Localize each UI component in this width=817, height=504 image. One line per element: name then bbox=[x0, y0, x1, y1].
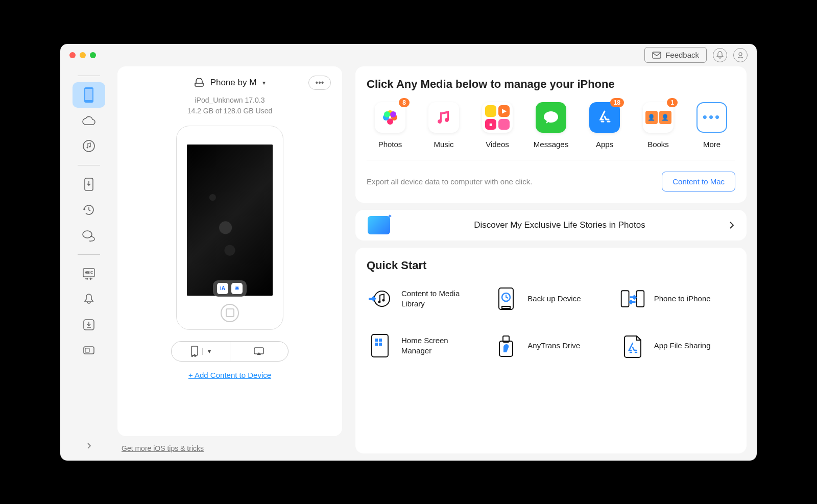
quick-label: Home Screen Manager bbox=[401, 335, 468, 355]
chevron-down-icon: ▾ bbox=[202, 348, 211, 355]
quick-item-home-screen-manager[interactable]: Home Screen Manager bbox=[367, 332, 483, 359]
quick-item-content-to-media-library[interactable]: Content to Media Library bbox=[367, 285, 483, 312]
chevron-down-icon: ▾ bbox=[262, 79, 266, 86]
media-item-music[interactable]: Music bbox=[420, 102, 467, 149]
photos-icon: 8 bbox=[375, 102, 405, 133]
media-item-videos[interactable]: ▶■Videos bbox=[474, 102, 521, 149]
transfer-icon bbox=[83, 177, 95, 191]
media-item-books[interactable]: 👤👤1Books bbox=[635, 102, 682, 149]
quick-label: Back up Device bbox=[527, 294, 581, 304]
books-icon: 👤👤1 bbox=[643, 102, 674, 133]
quick-item-anytrans-drive[interactable]: AnyTrans Drive bbox=[493, 332, 609, 359]
svg-point-23 bbox=[378, 300, 381, 303]
account-button[interactable] bbox=[733, 48, 748, 62]
more-icon: ••• bbox=[696, 102, 727, 133]
device-wallpaper bbox=[187, 145, 273, 296]
phone-cut-icon bbox=[190, 346, 199, 357]
sidebar-item-mirror[interactable] bbox=[73, 338, 105, 363]
media-label: Books bbox=[647, 140, 669, 149]
sidebar-item-ringtone[interactable] bbox=[73, 286, 105, 312]
chevron-right-icon bbox=[729, 221, 734, 229]
svg-rect-26 bbox=[502, 306, 510, 308]
media-item-more[interactable]: •••More bbox=[688, 102, 735, 149]
discover-icon bbox=[368, 216, 390, 234]
quick-icon bbox=[619, 332, 646, 359]
device-selector[interactable]: Phone by M ▾ bbox=[194, 78, 266, 88]
screenshot-button[interactable]: ▾ bbox=[172, 342, 230, 361]
feedback-label: Feedback bbox=[665, 51, 699, 59]
svg-text:HEIC: HEIC bbox=[85, 271, 93, 274]
sidebar-item-heic[interactable]: HEIC bbox=[73, 261, 105, 286]
content-to-mac-button[interactable]: Content to Mac bbox=[662, 172, 735, 191]
device-more-button[interactable]: ••• bbox=[308, 76, 331, 90]
quick-start-title: Quick Start bbox=[367, 259, 735, 272]
svg-point-8 bbox=[83, 231, 92, 238]
heic-convert-icon: HEIC bbox=[81, 267, 97, 280]
titlebar: Feedback bbox=[60, 44, 757, 66]
svg-point-1 bbox=[739, 53, 742, 56]
device-panel: Phone by M ▾ ••• iPod_Unknown 17.0.3 14.… bbox=[117, 66, 342, 436]
discover-card[interactable]: Discover My Exclusive Life Stories in Ph… bbox=[355, 210, 747, 241]
quick-item-app-file-sharing[interactable]: App File Sharing bbox=[619, 332, 735, 359]
bell-icon bbox=[716, 51, 724, 59]
device-icon bbox=[194, 78, 204, 87]
maximize-window-button[interactable] bbox=[90, 52, 96, 58]
quick-item-back-up-device[interactable]: Back up Device bbox=[493, 285, 609, 312]
minimize-window-button[interactable] bbox=[80, 52, 86, 58]
media-label: More bbox=[703, 140, 720, 149]
svg-point-20 bbox=[384, 111, 390, 117]
app-store-download-icon bbox=[83, 319, 95, 331]
quick-item-phone-to-iphone[interactable]: Phone to iPhone bbox=[619, 285, 735, 312]
sidebar-item-transfer[interactable] bbox=[73, 172, 105, 197]
close-window-button[interactable] bbox=[69, 52, 76, 58]
music-disc-icon bbox=[82, 139, 95, 153]
media-title: Click Any Media below to manage your iPh… bbox=[367, 78, 735, 91]
sidebar-item-app-download[interactable] bbox=[73, 312, 105, 338]
media-label: Apps bbox=[596, 140, 613, 149]
sidebar-item-icloud[interactable] bbox=[73, 108, 105, 133]
media-label: Photos bbox=[378, 140, 402, 149]
svg-point-24 bbox=[382, 299, 385, 301]
quick-icon bbox=[493, 332, 519, 359]
dock-app-1: iA bbox=[217, 283, 228, 294]
quick-icon bbox=[367, 285, 393, 312]
media-label: Music bbox=[434, 140, 453, 149]
sidebar-item-device[interactable] bbox=[73, 82, 105, 108]
sidebar-item-backup[interactable] bbox=[73, 197, 105, 223]
svg-rect-31 bbox=[375, 339, 378, 342]
videos-icon: ▶■ bbox=[482, 102, 513, 133]
svg-rect-0 bbox=[653, 52, 661, 58]
discover-text: Discover My Exclusive Life Stories in Ph… bbox=[401, 220, 718, 230]
svg-rect-28 bbox=[621, 291, 629, 307]
history-icon bbox=[82, 203, 95, 217]
sidebar-item-social[interactable] bbox=[73, 223, 105, 248]
sidebar-collapse-button[interactable] bbox=[73, 438, 105, 453]
cloud-icon bbox=[82, 115, 96, 126]
feedback-button[interactable]: Feedback bbox=[644, 47, 707, 63]
sidebar-item-media[interactable] bbox=[73, 133, 105, 159]
svg-point-4 bbox=[83, 140, 94, 152]
airplay-icon bbox=[253, 347, 265, 356]
add-content-link[interactable]: + Add Content to Device bbox=[188, 371, 271, 379]
svg-point-5 bbox=[87, 147, 88, 148]
notifications-button[interactable] bbox=[713, 48, 727, 62]
device-model: iPod_Unknown 17.0.3 bbox=[187, 95, 273, 106]
app-window: Feedback bbox=[60, 44, 757, 461]
media-item-messages[interactable]: Messages bbox=[527, 102, 574, 149]
mail-icon bbox=[652, 52, 661, 59]
bell-icon bbox=[83, 293, 94, 305]
mirror-button[interactable] bbox=[230, 342, 289, 361]
device-dock: iA ❋ bbox=[213, 280, 247, 297]
export-hint: Export all device data to computer with … bbox=[367, 177, 532, 186]
badge: 8 bbox=[399, 98, 410, 107]
media-item-photos[interactable]: 8Photos bbox=[367, 102, 414, 149]
svg-point-6 bbox=[89, 146, 91, 147]
quick-icon bbox=[493, 285, 519, 312]
tips-row: Get more iOS tips & tricks bbox=[117, 440, 342, 453]
svg-rect-29 bbox=[636, 291, 644, 307]
device-meta: iPod_Unknown 17.0.3 14.2 GB of 128.0 GB … bbox=[187, 95, 273, 116]
media-item-apps[interactable]: 18Apps bbox=[581, 102, 628, 149]
svg-rect-13 bbox=[85, 348, 89, 352]
tips-link[interactable]: Get more iOS tips & tricks bbox=[122, 444, 204, 452]
phone-icon bbox=[83, 87, 94, 103]
